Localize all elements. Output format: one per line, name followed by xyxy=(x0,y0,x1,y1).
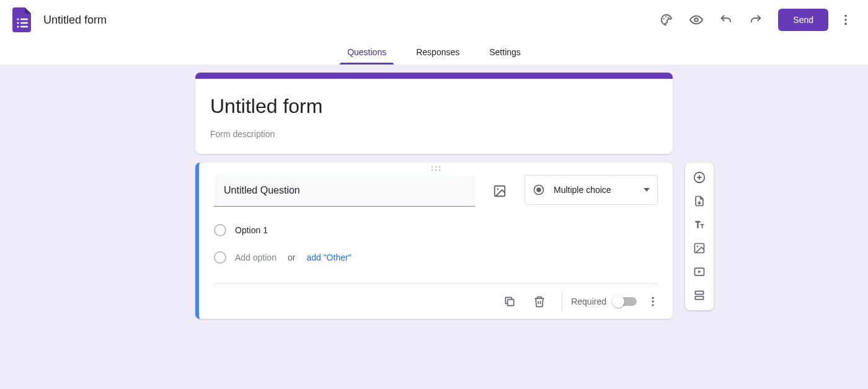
svg-point-2 xyxy=(17,22,19,24)
more-icon[interactable] xyxy=(833,7,858,32)
add-section-icon[interactable] xyxy=(688,284,711,306)
required-toggle[interactable] xyxy=(614,297,637,306)
svg-point-15 xyxy=(439,166,441,168)
add-option-button[interactable]: Add option xyxy=(235,253,277,262)
caret-down-icon xyxy=(644,188,650,192)
or-text: or xyxy=(288,253,295,262)
question-more-icon[interactable] xyxy=(639,288,666,315)
question-card[interactable]: Multiple choice Option 1 xyxy=(195,163,673,319)
add-other-button[interactable]: add "Other" xyxy=(306,253,351,262)
svg-point-26 xyxy=(652,304,653,306)
header-actions: Send xyxy=(654,7,858,32)
send-button[interactable]: Send xyxy=(778,9,828,31)
form-header-card[interactable]: Untitled form Form description xyxy=(195,73,673,154)
tab-responses[interactable]: Responses xyxy=(409,40,467,65)
radio-icon xyxy=(533,184,545,196)
svg-point-12 xyxy=(844,23,847,25)
redo-icon[interactable] xyxy=(743,7,768,32)
add-question-icon[interactable] xyxy=(688,166,711,189)
svg-point-11 xyxy=(844,19,847,21)
svg-point-18 xyxy=(439,169,441,171)
delete-icon[interactable] xyxy=(526,288,553,315)
app-header: Untitled form Send xyxy=(0,0,868,40)
svg-point-6 xyxy=(663,18,665,19)
undo-icon[interactable] xyxy=(714,7,738,32)
document-title[interactable]: Untitled form xyxy=(40,11,110,29)
question-footer: Required xyxy=(199,284,673,319)
form-title[interactable]: Untitled form xyxy=(210,92,658,120)
form-canvas: Untitled form Form description xyxy=(0,65,868,389)
svg-point-9 xyxy=(695,18,699,22)
svg-point-7 xyxy=(665,16,666,17)
svg-point-4 xyxy=(17,25,19,27)
add-image-toolbar-icon[interactable] xyxy=(688,237,711,259)
main-tabs: Questions Responses Settings xyxy=(0,40,868,65)
question-title-input[interactable] xyxy=(214,175,475,207)
svg-point-29 xyxy=(697,246,699,248)
svg-point-22 xyxy=(536,187,541,192)
tab-settings[interactable]: Settings xyxy=(482,40,528,65)
svg-point-13 xyxy=(432,166,433,168)
add-video-icon[interactable] xyxy=(688,261,711,283)
side-toolbar xyxy=(685,163,714,310)
option-row[interactable]: Option 1 xyxy=(214,217,658,244)
add-image-icon[interactable] xyxy=(486,177,513,205)
add-title-icon[interactable] xyxy=(688,213,711,236)
svg-rect-1 xyxy=(20,19,28,20)
svg-rect-23 xyxy=(508,300,514,306)
import-questions-icon[interactable] xyxy=(688,190,711,212)
radio-outline-icon xyxy=(214,251,226,264)
svg-point-20 xyxy=(497,188,498,190)
svg-point-25 xyxy=(652,300,653,302)
question-type-select[interactable]: Multiple choice xyxy=(525,175,658,205)
theme-icon[interactable] xyxy=(654,7,679,32)
svg-point-16 xyxy=(432,169,433,171)
forms-logo-icon[interactable] xyxy=(10,7,35,32)
svg-point-24 xyxy=(652,297,653,299)
svg-rect-5 xyxy=(20,26,28,27)
svg-point-8 xyxy=(668,17,669,18)
duplicate-icon[interactable] xyxy=(496,288,523,315)
radio-outline-icon xyxy=(214,224,226,236)
question-type-label: Multiple choice xyxy=(554,185,635,195)
tab-questions[interactable]: Questions xyxy=(340,40,394,65)
add-option-row: Add option or add "Other" xyxy=(214,244,658,271)
preview-icon[interactable] xyxy=(684,7,709,32)
svg-rect-31 xyxy=(695,291,703,294)
required-label: Required xyxy=(571,297,606,306)
option-label[interactable]: Option 1 xyxy=(235,225,268,235)
svg-point-10 xyxy=(844,15,847,17)
svg-rect-3 xyxy=(20,22,28,24)
svg-point-14 xyxy=(435,166,437,168)
drag-handle-icon[interactable] xyxy=(199,163,673,172)
svg-point-17 xyxy=(435,169,437,171)
form-description[interactable]: Form description xyxy=(210,129,658,139)
svg-point-0 xyxy=(17,18,19,20)
svg-rect-32 xyxy=(695,297,703,300)
